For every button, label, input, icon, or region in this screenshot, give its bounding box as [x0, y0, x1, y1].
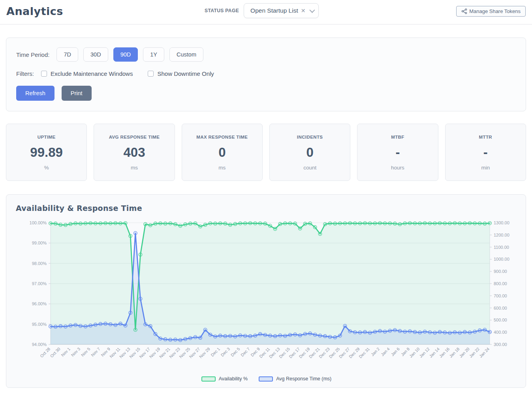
stat-label: MTTR	[449, 135, 523, 139]
svg-text:Jan 6: Jan 6	[390, 346, 400, 357]
stat-label: UPTIME	[9, 135, 83, 139]
svg-text:Jan 16: Jan 16	[438, 346, 451, 359]
svg-text:Jan 18: Jan 18	[448, 346, 461, 359]
stat-unit: hours	[361, 165, 434, 171]
stat-unit: ms	[185, 165, 259, 171]
time-period-buttons: 7D30D90D1YCustom	[56, 47, 208, 62]
stat-unit: count	[273, 165, 347, 171]
manage-share-tokens-button[interactable]: Manage Share Tokens	[456, 6, 526, 17]
chevron-down-icon	[310, 8, 315, 13]
svg-text:Jan 24: Jan 24	[478, 346, 491, 359]
svg-text:Dec 1: Dec 1	[210, 346, 221, 357]
svg-text:Jan 10: Jan 10	[408, 346, 421, 359]
time-period-label: Time Period:	[16, 51, 49, 58]
svg-text:1200.00: 1200.00	[494, 233, 509, 237]
stats-row: UPTIME99.89%AVG RESPONSE TIME403msMAX RE…	[6, 124, 526, 181]
svg-text:95.00%: 95.00%	[32, 322, 47, 327]
svg-text:Dec 7: Dec 7	[240, 346, 251, 357]
svg-text:98.00%: 98.00%	[32, 261, 47, 266]
svg-text:500.00: 500.00	[494, 318, 507, 322]
print-button[interactable]: Print	[62, 86, 92, 101]
chart-legend: Availability %Avg Response Time (ms)	[16, 376, 517, 382]
time-period-30d[interactable]: 30D	[83, 47, 108, 62]
stat-unit: min	[449, 165, 523, 171]
status-page-selector: STATUS PAGE Open Startup List ✕	[205, 3, 319, 18]
svg-text:Jan 22: Jan 22	[468, 346, 480, 359]
svg-text:Jan 2: Jan 2	[370, 346, 381, 357]
svg-text:100.00%: 100.00%	[30, 220, 47, 225]
svg-text:Jan 14: Jan 14	[428, 346, 440, 359]
filters-label: Filters:	[16, 70, 34, 77]
svg-text:Dec 13: Dec 13	[268, 346, 281, 359]
svg-text:Nov 7: Nov 7	[90, 346, 101, 357]
svg-text:800.00: 800.00	[494, 281, 507, 286]
svg-text:Jan 20: Jan 20	[458, 346, 470, 359]
checkbox-label: Exclude Maintenance Windows	[51, 70, 133, 77]
chart-title: Availability & Response Time	[16, 204, 517, 212]
legend-item-response-time[interactable]: Avg Response Time (ms)	[259, 376, 331, 382]
stat-label: INCIDENTS	[273, 135, 347, 139]
svg-text:600.00: 600.00	[494, 306, 507, 310]
svg-text:Jan 4: Jan 4	[380, 346, 391, 357]
svg-text:Nov 3: Nov 3	[70, 346, 81, 357]
svg-text:Dec 17: Dec 17	[288, 346, 301, 359]
svg-text:Nov 1: Nov 1	[60, 346, 71, 357]
stat-card-avg-response-time: AVG RESPONSE TIME403ms	[94, 124, 175, 181]
svg-text:97.00%: 97.00%	[32, 281, 47, 286]
filter-checkbox-item[interactable]: Show Downtime Only	[148, 70, 214, 77]
status-page-label: STATUS PAGE	[205, 8, 239, 13]
stat-value: 0	[185, 145, 259, 160]
stat-label: MTBF	[361, 135, 434, 139]
page-title: Analytics	[6, 5, 63, 17]
availability-response-chart[interactable]: 100.00%99.00%98.00%97.00%96.00%95.00%94.…	[16, 218, 517, 375]
share-icon	[461, 8, 467, 14]
time-period-custom[interactable]: Custom	[169, 47, 203, 62]
legend-item-availability[interactable]: Availability %	[201, 376, 248, 382]
stat-card-mttr: MTTR-min	[445, 124, 526, 181]
legend-swatch	[259, 376, 273, 382]
svg-text:Nov 19: Nov 19	[148, 346, 161, 359]
legend-swatch	[201, 376, 216, 382]
svg-text:1100.00: 1100.00	[494, 245, 509, 250]
svg-text:96.00%: 96.00%	[32, 301, 47, 306]
refresh-button[interactable]: Refresh	[16, 86, 55, 101]
svg-text:Nov 13: Nov 13	[118, 346, 131, 359]
page-header: Analytics STATUS PAGE Open Startup List …	[0, 0, 532, 24]
svg-text:Dec 19: Dec 19	[298, 346, 310, 359]
svg-text:Dec 3: Dec 3	[220, 346, 231, 357]
svg-text:94.00%: 94.00%	[32, 342, 47, 347]
filter-panel: Time Period: 7D30D90D1YCustom Filters: E…	[6, 38, 526, 111]
stat-card-mtbf: MTBF-hours	[357, 124, 438, 181]
checkbox-label: Show Downtime Only	[157, 70, 214, 77]
checkbox-icon[interactable]	[148, 71, 154, 77]
svg-text:900.00: 900.00	[494, 269, 507, 274]
svg-text:1300.00: 1300.00	[494, 220, 509, 225]
svg-text:1000.00: 1000.00	[494, 257, 509, 261]
svg-text:400.00: 400.00	[494, 330, 507, 335]
svg-text:700.00: 700.00	[494, 293, 507, 298]
svg-text:Nov 27: Nov 27	[188, 346, 201, 359]
close-icon[interactable]: ✕	[301, 8, 306, 13]
stat-value: -	[361, 145, 434, 160]
chart-panel: Availability & Response Time 100.00%99.0…	[6, 194, 526, 388]
time-period-7d[interactable]: 7D	[56, 47, 78, 62]
time-period-90d[interactable]: 90D	[113, 47, 138, 62]
checkbox-icon[interactable]	[41, 71, 47, 77]
filter-checkboxes: Exclude Maintenance WindowsShow Downtime…	[41, 70, 229, 77]
stat-card-uptime: UPTIME99.89%	[6, 124, 87, 181]
svg-text:Dec 29: Dec 29	[348, 346, 361, 359]
time-period-1y[interactable]: 1Y	[143, 47, 164, 62]
svg-text:Nov 21: Nov 21	[158, 346, 171, 359]
svg-text:Nov 15: Nov 15	[128, 346, 141, 359]
stat-label: AVG RESPONSE TIME	[97, 135, 171, 139]
svg-text:Dec 31: Dec 31	[358, 346, 370, 359]
stat-unit: ms	[97, 165, 171, 171]
status-page-dropdown[interactable]: Open Startup List ✕	[244, 3, 319, 18]
filter-checkbox-item[interactable]: Exclude Maintenance Windows	[41, 70, 133, 77]
svg-text:Oct 28: Oct 28	[39, 346, 51, 358]
stat-label: MAX RESPONSE TIME	[185, 135, 259, 139]
svg-text:Dec 25: Dec 25	[328, 346, 340, 359]
stat-value: 0	[273, 145, 347, 160]
legend-label: Avg Response Time (ms)	[276, 376, 331, 382]
stat-value: 403	[97, 145, 171, 160]
